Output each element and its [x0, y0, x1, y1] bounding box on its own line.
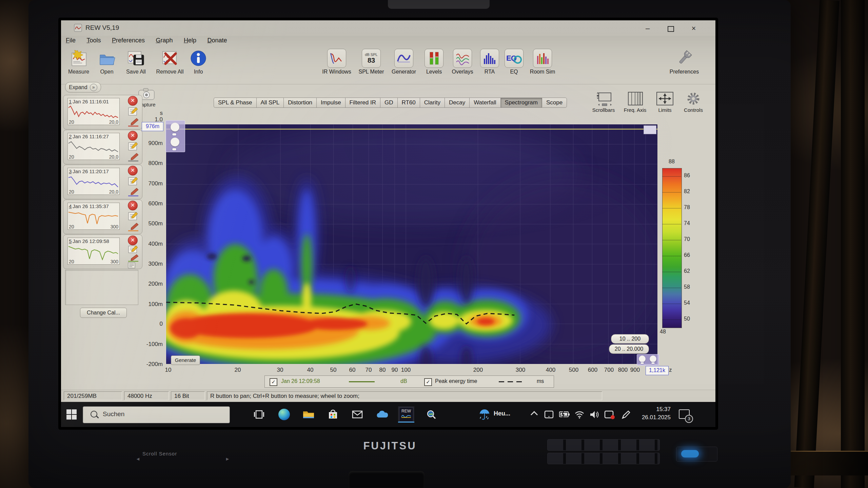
taskbar-search[interactable]: Suchen — [83, 406, 230, 423]
tablet-mode-icon[interactable] — [544, 410, 554, 419]
tab-scope[interactable]: Scope — [542, 98, 567, 108]
tab-all-spl[interactable]: All SPL — [256, 98, 284, 108]
task-view-button[interactable] — [251, 406, 267, 423]
tab-gd[interactable]: GD — [380, 98, 397, 108]
measurement-panel-5[interactable]: 5Jan 26 12:09:58 20 300 — [63, 235, 142, 269]
tray-expand-chevron[interactable] — [531, 411, 538, 418]
zoom-out-button[interactable] — [171, 138, 179, 146]
tab-clarity[interactable]: Clarity — [420, 98, 445, 108]
photos-button[interactable] — [423, 406, 439, 423]
remove-measurement-button[interactable] — [128, 96, 138, 106]
menu-donate[interactable]: Donate — [202, 36, 232, 44]
freq-zoom-widget[interactable] — [637, 354, 659, 366]
tray-clock[interactable]: 15:37 26.01.2025 — [635, 405, 671, 422]
notes-icon[interactable] — [127, 107, 139, 116]
limits-button[interactable]: Limits — [652, 91, 677, 113]
change-cal-button[interactable]: Change Cal... — [80, 308, 127, 318]
pen-icon[interactable] — [620, 410, 631, 420]
zoom-in-button[interactable] — [171, 123, 179, 131]
freq-cursor-readout[interactable]: 1,121k — [646, 366, 669, 375]
tab-waterfall[interactable]: Waterfall — [469, 98, 500, 108]
trace-style-icon[interactable] — [127, 222, 139, 232]
expand-button[interactable]: Expand — [65, 82, 101, 93]
notes-icon[interactable] — [127, 245, 139, 254]
weather-icon[interactable] — [479, 409, 490, 421]
freq-range-10-200-button[interactable]: 10 .. 200 — [611, 334, 649, 344]
trace-style-icon[interactable] — [127, 254, 139, 262]
open-button[interactable]: Open — [94, 48, 119, 75]
rta-button[interactable]: RTA — [479, 48, 500, 75]
menu-help[interactable]: Help — [179, 36, 201, 44]
tab-distortion[interactable]: Distortion — [283, 98, 316, 108]
mail-button[interactable] — [349, 406, 366, 423]
zoom-out-button[interactable] — [650, 355, 656, 362]
room-sim-button[interactable]: Room Sim — [526, 48, 559, 75]
edge-browser-button[interactable] — [276, 406, 292, 423]
menu-graph[interactable]: Graph — [151, 36, 177, 44]
maximize-button[interactable] — [661, 23, 680, 35]
menu-preferences[interactable]: Preferences — [107, 36, 150, 44]
notes-icon[interactable] — [127, 211, 139, 221]
menu-file[interactable]: File — [61, 36, 80, 44]
measurement-panel-4[interactable]: 4Jan 26 11:35:37 20 300 — [63, 200, 142, 234]
tab-spectrogram[interactable]: Spectrogram — [500, 98, 542, 108]
spectrogram-plot[interactable]: 10 .. 200 20 .. 20.000 Generate — [165, 124, 658, 365]
generator-button[interactable]: Generator — [387, 48, 420, 75]
remove-all-button[interactable]: Remove All — [153, 48, 187, 75]
time-zoom-widget[interactable] — [165, 120, 185, 152]
tab-spl-phase[interactable]: SPL & Phase — [214, 98, 256, 108]
trace-style-icon[interactable] — [127, 187, 139, 197]
screen-capture-icon[interactable] — [604, 410, 615, 420]
bezel-key-row[interactable] — [547, 453, 660, 464]
rew-taskbar-button[interactable]: REW — [398, 406, 414, 423]
controls-button[interactable]: Controls — [679, 91, 708, 113]
remove-measurement-button[interactable] — [128, 166, 138, 176]
weather-label[interactable]: Heu... — [494, 410, 510, 417]
volume-icon[interactable] — [589, 410, 599, 419]
save-all-button[interactable]: Save All — [120, 48, 152, 75]
power-button-cluster[interactable] — [676, 447, 717, 462]
freq-range-20-20000-button[interactable]: 20 .. 20.000 — [609, 344, 649, 354]
remove-measurement-button[interactable] — [128, 236, 138, 245]
scroll-right-arrow[interactable]: ► — [225, 456, 230, 462]
measure-button[interactable]: Measure — [64, 48, 94, 75]
tab-rt60[interactable]: RT60 — [397, 98, 420, 108]
data-sheet-icon[interactable] — [127, 262, 137, 269]
start-button[interactable] — [66, 409, 77, 420]
notification-badge[interactable]: 3 — [685, 415, 693, 423]
battery-icon[interactable] — [559, 411, 570, 418]
notes-icon[interactable] — [127, 142, 139, 151]
tab-filtered-ir[interactable]: Filtered IR — [345, 98, 380, 108]
onedrive-button[interactable] — [374, 406, 390, 423]
generate-button[interactable]: Generate — [171, 355, 200, 365]
eq-button[interactable]: EQ EQ — [503, 48, 525, 75]
notes-icon[interactable] — [127, 177, 139, 186]
measurement-panel-3[interactable]: 3Jan 26 11:20:17 20 20,0 — [63, 165, 142, 199]
store-button[interactable] — [325, 406, 341, 423]
ir-windows-button[interactable]: IR Windows — [319, 48, 355, 75]
scrollbars-button[interactable]: Scrollbars — [589, 91, 618, 113]
zoom-in-button[interactable] — [639, 355, 646, 362]
info-button[interactable]: Info — [189, 48, 208, 75]
spl-meter-button[interactable]: dB SPL 83 SPL Meter — [357, 48, 386, 75]
overlays-button[interactable]: Overlays — [448, 48, 477, 75]
menu-tools[interactable]: Tools — [82, 36, 105, 44]
preferences-button[interactable]: Preferences — [667, 48, 702, 75]
time-cursor-readout[interactable]: 976m — [142, 122, 163, 131]
minimize-button[interactable]: – — [638, 23, 657, 35]
bezel-key-row[interactable] — [547, 439, 660, 451]
remove-measurement-button[interactable] — [128, 201, 138, 210]
trace-style-icon[interactable] — [127, 117, 139, 127]
measurement-panel-1[interactable]: 1Jan 26 11:16:01 20 20,0 — [63, 95, 142, 129]
corner-widget[interactable] — [644, 125, 656, 134]
trace-style-icon[interactable] — [127, 152, 139, 162]
trace-checkbox[interactable] — [270, 378, 277, 386]
file-explorer-button[interactable] — [300, 406, 317, 423]
freq-axis-button[interactable]: Freq. Axis — [620, 91, 650, 113]
levels-button[interactable]: Levels — [422, 48, 446, 75]
close-button[interactable]: × — [684, 23, 703, 35]
tab-decay[interactable]: Decay — [445, 98, 469, 108]
scroll-left-arrow[interactable]: ◄ — [136, 456, 140, 462]
tab-impulse[interactable]: Impulse — [316, 98, 345, 108]
peak-energy-checkbox[interactable] — [424, 378, 432, 386]
